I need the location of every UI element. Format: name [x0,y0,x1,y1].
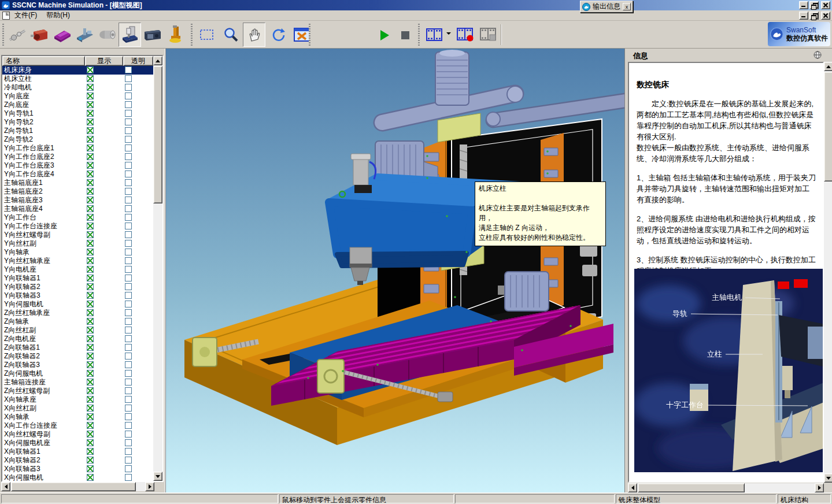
show-checkbox[interactable] [87,405,94,412]
show-checkbox[interactable] [87,249,94,255]
show-checkbox[interactable] [87,474,94,481]
parts-row[interactable]: Y向联轴器1 [2,274,153,283]
transparent-checkbox[interactable] [125,457,132,464]
show-checkbox[interactable] [87,84,94,91]
parts-row[interactable]: Z向联轴器2 [2,352,153,361]
parts-row[interactable]: 机床床身 [2,66,153,75]
parts-row[interactable]: Y向伺服电机 [2,300,153,309]
show-checkbox[interactable] [87,136,94,143]
show-checkbox[interactable] [87,127,94,134]
show-checkbox[interactable] [87,431,94,438]
parts-row[interactable]: Y向底座 [2,92,153,101]
toolbar-grip[interactable] [309,24,310,46]
transparent-checkbox[interactable] [125,66,132,73]
show-checkbox[interactable] [87,387,94,394]
show-checkbox[interactable] [87,101,94,108]
scroll-left-button[interactable] [628,483,637,492]
film-record-button[interactable] [454,23,476,47]
transparent-checkbox[interactable] [125,309,132,316]
parts-row[interactable]: Y向工作台连接座 [2,222,153,231]
parts-row[interactable]: Z向伺服电机 [2,369,153,378]
show-checkbox[interactable] [87,413,94,420]
column-header-name[interactable]: 名称 [2,56,85,66]
parts-row[interactable]: Y向工作台 [2,213,153,222]
parts-row[interactable]: 机床立柱 [2,75,153,83]
transparent-checkbox[interactable] [125,474,132,481]
show-checkbox[interactable] [87,275,94,281]
restore-button[interactable] [809,1,819,9]
scroll-thumb[interactable] [638,483,745,492]
show-checkbox[interactable] [87,335,94,342]
scroll-thumb[interactable] [824,72,832,181]
show-checkbox[interactable] [87,110,94,117]
transparent-checkbox[interactable] [125,465,132,472]
transparent-checkbox[interactable] [125,361,132,368]
show-checkbox[interactable] [87,361,94,368]
close-button[interactable] [821,1,830,9]
parts-row[interactable]: Y向工作台底座3 [2,161,153,170]
transparent-checkbox[interactable] [125,335,132,342]
parts-row[interactable]: Y向联轴器3 [2,291,153,300]
toolbar-grip[interactable] [2,24,4,46]
lathe-machine-icon[interactable] [141,23,164,47]
parts-row[interactable]: Y向丝杠轴承座 [2,257,153,265]
transparent-checkbox[interactable] [125,292,132,299]
transparent-checkbox[interactable] [125,431,132,438]
stop-button[interactable] [395,27,415,44]
toolbar-grip[interactable] [191,24,193,46]
show-checkbox[interactable] [87,309,94,316]
parts-row[interactable]: Z向电机座 [2,335,153,343]
parts-row[interactable]: X向轴承 [2,413,153,421]
show-checkbox[interactable] [87,422,94,429]
transparent-checkbox[interactable] [125,318,132,325]
gearbox-machine-icon[interactable] [28,23,51,47]
transparent-checkbox[interactable] [125,162,132,169]
transparent-checkbox[interactable] [125,127,132,134]
show-checkbox[interactable] [87,292,94,299]
parts-row[interactable]: 主轴箱底座3 [2,196,153,205]
show-checkbox[interactable] [87,370,94,377]
parts-row[interactable]: X向联轴器1 [2,447,153,456]
scroll-down-button[interactable] [153,472,162,481]
parts-row[interactable]: X向丝杠螺母副 [2,430,153,439]
transparent-checkbox[interactable] [125,110,132,117]
show-checkbox[interactable] [87,301,94,307]
milling-machine-icon[interactable] [119,23,141,47]
film-dropdown-arrow[interactable] [444,23,453,47]
transparent-checkbox[interactable] [125,283,132,290]
minimize-button[interactable] [799,1,808,9]
scroll-up-button[interactable] [153,56,162,65]
parts-row[interactable]: X向丝杠副 [2,404,153,413]
transparent-checkbox[interactable] [125,197,132,203]
parts-row[interactable]: X向伺服电机 [2,473,153,481]
info-content[interactable]: 数控铣床 定义:数控铣床是在一般铣床的基础上发展起来的,两都的加工工艺基本同,结… [628,62,824,483]
parts-row[interactable]: X向联轴器2 [2,456,153,465]
parts-row[interactable]: Z向联轴器3 [2,361,153,369]
show-checkbox[interactable] [87,188,94,195]
show-checkbox[interactable] [87,379,94,386]
parts-row[interactable]: Z向底座 [2,101,153,109]
show-checkbox[interactable] [87,396,94,403]
menu-file[interactable]: 文件(F) [10,10,42,21]
spindle-unit-icon[interactable] [96,23,119,47]
transparent-checkbox[interactable] [125,439,132,446]
transparent-checkbox[interactable] [125,240,132,247]
parts-row[interactable]: X向轴承座 [2,395,153,404]
output-info-floater[interactable]: 输出信息 x [580,1,633,13]
parts-row[interactable]: Y向导轨2 [2,118,153,127]
parts-row[interactable]: Y向联轴器2 [2,283,153,291]
parts-row[interactable]: Y向导轨1 [2,109,153,118]
pan-hand-icon[interactable] [243,23,265,47]
output-info-close-button[interactable]: x [623,3,631,10]
parts-row[interactable]: Z向导轨1 [2,127,153,135]
transparent-checkbox[interactable] [125,387,132,394]
transparent-checkbox[interactable] [125,223,132,229]
transparent-checkbox[interactable] [125,396,132,403]
transparent-checkbox[interactable] [125,266,132,273]
show-checkbox[interactable] [87,448,94,455]
punch-press-icon[interactable] [164,23,186,47]
show-checkbox[interactable] [87,153,94,160]
parts-row[interactable]: 主轴箱底座1 [2,179,153,187]
select-box-icon[interactable] [195,23,218,47]
parts-row[interactable]: X向伺服电机座 [2,439,153,447]
